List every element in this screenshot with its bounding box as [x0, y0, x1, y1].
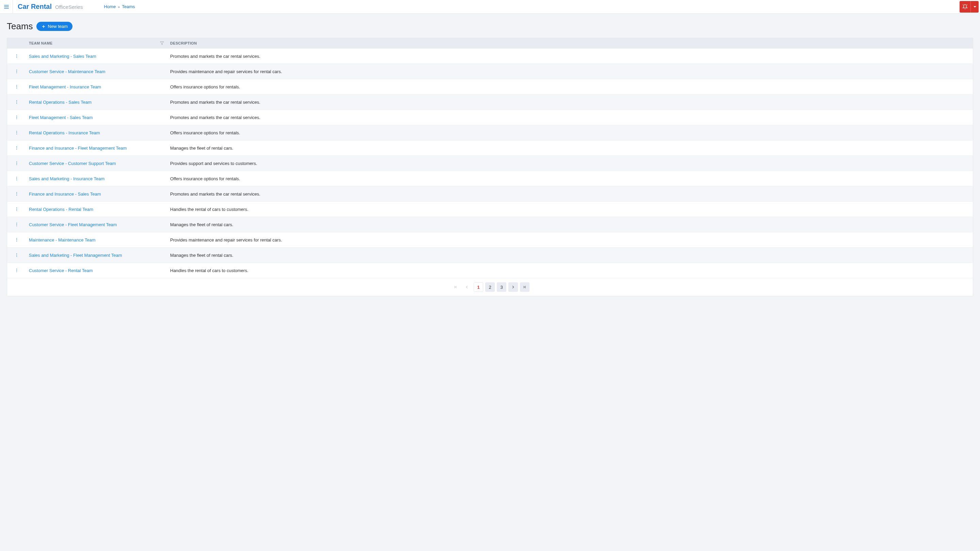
- svg-point-34: [16, 194, 17, 194]
- svg-point-11: [16, 73, 17, 73]
- svg-point-7: [16, 56, 17, 56]
- team-description-cell: Offers insurance options for rentals.: [167, 127, 973, 139]
- team-name-cell: Customer Service - Maintenance Team: [26, 65, 167, 78]
- team-description-cell: Promotes and markets the car rental serv…: [167, 50, 973, 63]
- team-name-cell: Customer Service - Rental Team: [26, 264, 167, 277]
- row-menu-button[interactable]: [13, 251, 21, 259]
- vertical-dots-icon: [14, 54, 19, 59]
- team-link[interactable]: Customer Service - Rental Team: [29, 268, 93, 273]
- last-page-icon: [522, 285, 527, 289]
- table-row: Sales and Marketing - Sales TeamPromotes…: [7, 48, 973, 64]
- svg-point-49: [16, 270, 17, 271]
- svg-point-13: [16, 86, 17, 87]
- svg-point-29: [16, 164, 17, 165]
- vertical-dots-icon: [14, 222, 19, 227]
- new-team-button[interactable]: New team: [37, 22, 73, 31]
- page-content: Teams New team TEAM NAME DESCRIPTION Sal…: [0, 14, 980, 304]
- table-row: Customer Service - Fleet Management Team…: [7, 217, 973, 232]
- team-name-cell: Fleet Management - Insurance Team: [26, 81, 167, 93]
- row-menu-button[interactable]: [13, 98, 21, 106]
- row-menu-button[interactable]: [13, 236, 21, 243]
- chevron-right-icon: [511, 285, 515, 289]
- column-description[interactable]: DESCRIPTION: [167, 38, 973, 48]
- team-description-cell: Provides support and services to custome…: [167, 157, 973, 170]
- row-actions-cell: [7, 263, 26, 278]
- team-link[interactable]: Customer Service - Maintenance Team: [29, 69, 105, 74]
- pagination: 123: [7, 278, 973, 296]
- table-row: Fleet Management - Insurance TeamOffers …: [7, 79, 973, 94]
- row-menu-button[interactable]: [13, 114, 21, 121]
- svg-point-38: [16, 210, 17, 211]
- row-menu-button[interactable]: [13, 190, 21, 198]
- team-link[interactable]: Maintenance - Maintenance Team: [29, 237, 95, 243]
- svg-point-9: [16, 70, 17, 70]
- breadcrumb-teams[interactable]: Teams: [122, 4, 135, 9]
- row-menu-button[interactable]: [13, 205, 21, 213]
- menu-toggle-button[interactable]: [0, 0, 13, 14]
- vertical-dots-icon: [14, 176, 19, 181]
- row-menu-button[interactable]: [13, 52, 21, 60]
- team-link[interactable]: Sales and Marketing - Insurance Team: [29, 176, 105, 181]
- team-link[interactable]: Sales and Marketing - Sales Team: [29, 54, 96, 59]
- svg-marker-5: [160, 42, 164, 45]
- first-page-icon: [453, 285, 458, 289]
- column-team-name[interactable]: TEAM NAME: [26, 38, 167, 48]
- page-next-button[interactable]: [508, 282, 518, 292]
- team-name-cell: Sales and Marketing - Insurance Team: [26, 172, 167, 185]
- notifications-button[interactable]: [959, 1, 970, 13]
- table-row: Customer Service - Customer Support Team…: [7, 156, 973, 171]
- svg-point-33: [16, 192, 17, 193]
- svg-point-28: [16, 163, 17, 164]
- row-menu-button[interactable]: [13, 83, 21, 91]
- row-actions-cell: [7, 186, 26, 202]
- team-link[interactable]: Rental Operations - Insurance Team: [29, 130, 100, 135]
- svg-point-16: [16, 102, 17, 102]
- table-row: Sales and Marketing - Fleet Management T…: [7, 247, 973, 263]
- team-link[interactable]: Fleet Management - Sales Team: [29, 115, 93, 120]
- row-menu-button[interactable]: [13, 129, 21, 137]
- row-actions-cell: [7, 110, 26, 125]
- svg-point-18: [16, 116, 17, 116]
- svg-point-17: [16, 103, 17, 104]
- table-row: Rental Operations - Insurance TeamOffers…: [7, 125, 973, 140]
- vertical-dots-icon: [14, 115, 19, 120]
- table-row: Sales and Marketing - Insurance TeamOffe…: [7, 171, 973, 186]
- team-link[interactable]: Finance and Insurance - Fleet Management…: [29, 146, 127, 151]
- team-description-cell: Handles the rental of cars to customers.: [167, 203, 973, 216]
- team-link[interactable]: Finance and Insurance - Sales Team: [29, 192, 101, 197]
- svg-point-35: [16, 195, 17, 195]
- filter-icon[interactable]: [160, 41, 164, 45]
- team-description-cell: Manages the fleet of rental cars.: [167, 142, 973, 154]
- row-menu-button[interactable]: [13, 144, 21, 152]
- team-link[interactable]: Customer Service - Fleet Management Team: [29, 222, 117, 227]
- page-last-button[interactable]: [520, 282, 530, 292]
- team-link[interactable]: Fleet Management - Insurance Team: [29, 84, 101, 89]
- vertical-dots-icon: [14, 253, 19, 257]
- team-link[interactable]: Sales and Marketing - Fleet Management T…: [29, 253, 122, 258]
- team-link[interactable]: Rental Operations - Sales Team: [29, 100, 92, 105]
- breadcrumb-home[interactable]: Home: [104, 4, 116, 9]
- svg-point-44: [16, 241, 17, 241]
- vertical-dots-icon: [14, 84, 19, 89]
- team-link[interactable]: Customer Service - Customer Support Team: [29, 161, 116, 166]
- team-link[interactable]: Rental Operations - Rental Team: [29, 207, 93, 212]
- page-number-3[interactable]: 3: [497, 282, 506, 292]
- page-number-2[interactable]: 2: [485, 282, 495, 292]
- svg-point-47: [16, 256, 17, 257]
- row-menu-button[interactable]: [13, 68, 21, 75]
- row-menu-button[interactable]: [13, 221, 21, 228]
- team-name-cell: Maintenance - Maintenance Team: [26, 233, 167, 246]
- vertical-dots-icon: [14, 69, 19, 74]
- row-menu-button[interactable]: [13, 159, 21, 167]
- brand-title[interactable]: Car Rental: [18, 3, 52, 11]
- svg-point-20: [16, 118, 17, 119]
- row-menu-button[interactable]: [13, 175, 21, 182]
- team-description-cell: Manages the fleet of rental cars.: [167, 218, 973, 231]
- vertical-dots-icon: [14, 237, 19, 242]
- table-row: Rental Operations - Rental TeamHandles t…: [7, 202, 973, 217]
- notifications-dropdown-button[interactable]: [970, 1, 978, 13]
- row-menu-button[interactable]: [13, 267, 21, 274]
- row-actions-cell: [7, 64, 26, 79]
- team-name-cell: Sales and Marketing - Sales Team: [26, 50, 167, 63]
- svg-point-21: [16, 131, 17, 132]
